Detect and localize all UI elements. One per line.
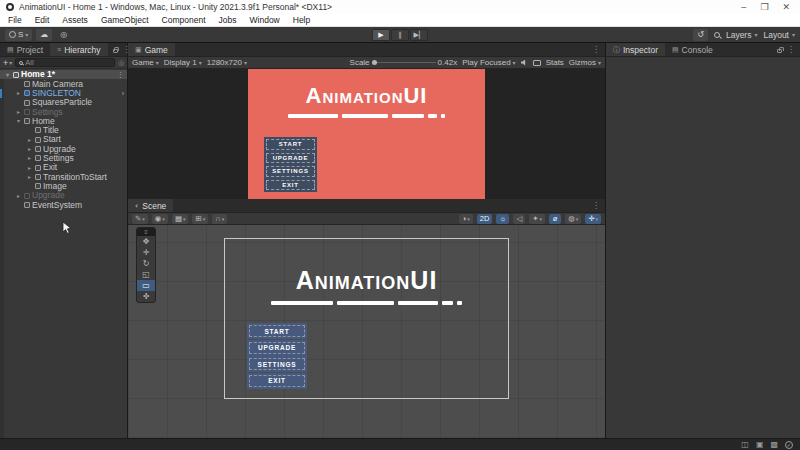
ui-canvas-outline[interactable]: AnimationUI STARTUPGRADESETTINGSEXIT [224, 238, 509, 399]
expand-arrow-icon[interactable]: ▸ [26, 155, 33, 161]
scene-audio-icon[interactable]: ◁ [513, 214, 525, 224]
ready-check-icon[interactable]: ✓ [785, 441, 793, 449]
resolution-dropdown[interactable]: 1280x720 ▾ [207, 58, 247, 67]
rect-tool[interactable]: ▭ [137, 280, 155, 291]
pivot-icon[interactable]: ◉▾ [152, 214, 168, 224]
scale-slider-knob[interactable] [372, 60, 377, 65]
expand-arrow-icon[interactable]: ▸ [26, 137, 33, 143]
move-tool[interactable]: ✛ [137, 247, 155, 258]
search-filter-icon[interactable]: ◎ [118, 59, 124, 67]
menu-component[interactable]: Component [162, 15, 206, 25]
expand-arrow-icon[interactable]: ▸ [15, 90, 22, 96]
display-dropdown[interactable]: Display 1 ▾ [164, 58, 202, 67]
pause-button[interactable]: ∥ [391, 29, 409, 41]
hierarchy-item-upgrade[interactable]: ▸Upgrade [0, 191, 127, 200]
game-mode-dropdown[interactable]: Game ▾ [132, 58, 159, 67]
start-button[interactable]: START [266, 139, 315, 150]
hierarchy-search-input[interactable]: All [15, 58, 115, 67]
view-hand-tool[interactable]: ✥ [137, 236, 155, 247]
expand-arrow-icon[interactable]: ▸ [26, 174, 33, 180]
services-button[interactable]: ◎ [56, 29, 71, 41]
stats-button[interactable]: Stats [546, 58, 564, 67]
play-focused-dropdown[interactable]: Play Focused ▾ [462, 58, 515, 67]
tab-game[interactable]: ▣ Game [128, 43, 175, 56]
lock-icon[interactable] [777, 49, 782, 53]
hierarchy-item-home-1-[interactable]: ▾Home 1*⋮ [0, 70, 127, 79]
expand-arrow-icon[interactable]: ▸ [26, 165, 33, 171]
menu-window[interactable]: Window [250, 15, 280, 25]
mode-2d-button[interactable]: 2D [477, 214, 493, 224]
vsync-icon[interactable] [533, 60, 541, 66]
lock-icon[interactable] [113, 49, 118, 53]
scene-render-area[interactable]: ≡ ✥✛↻◱▭✜ AnimationUI STARTUPGRADESETTING… [128, 225, 605, 438]
hierarchy-item-eventsystem[interactable]: EventSystem [0, 200, 127, 209]
settings-button[interactable]: SETTINGS [249, 358, 305, 370]
toolstrip-grip-handle[interactable]: ≡ [137, 228, 155, 236]
play-button[interactable]: ▶ [372, 29, 390, 41]
tab-hierarchy[interactable]: ≡ Hierarchy [50, 43, 107, 56]
start-button[interactable]: START [249, 325, 305, 337]
prefab-open-arrow-icon[interactable]: › [122, 90, 127, 97]
upgrade-button[interactable]: UPGRADE [249, 342, 305, 354]
layers-dropdown[interactable]: Layers ▾ [726, 30, 758, 40]
search-icon[interactable] [714, 32, 720, 38]
scale-slider-track[interactable] [372, 62, 436, 63]
cloud-services-button[interactable]: ☁ [36, 29, 52, 41]
activity-icon[interactable]: ◫ [741, 440, 749, 449]
align-magnet-icon[interactable]: ∩▾ [212, 214, 227, 224]
hierarchy-item-settings[interactable]: ▸Settings [0, 107, 127, 116]
hierarchy-item-home[interactable]: ▾Home [0, 116, 127, 125]
minimize-button[interactable]: – [741, 2, 746, 12]
menu-help[interactable]: Help [293, 15, 310, 25]
mute-audio-icon[interactable] [521, 60, 528, 66]
camera-settings-icon[interactable]: ◍▾ [565, 214, 581, 224]
tab-console[interactable]: ▤ Console [665, 43, 720, 56]
hierarchy-item-start[interactable]: ▸Start [0, 135, 127, 144]
gizmos-dropdown[interactable]: Gizmos ▾ [569, 58, 601, 67]
account-button[interactable]: S ▾ [5, 29, 32, 41]
hierarchy-item-squaresparticle[interactable]: SquaresParticle [0, 98, 127, 107]
exit-button[interactable]: EXIT [266, 180, 315, 191]
close-button[interactable]: ✕ [782, 2, 790, 12]
rotate-tool[interactable]: ↻ [137, 258, 155, 269]
notifications-icon[interactable]: ▩ [770, 440, 778, 449]
menu-file[interactable]: File [8, 15, 22, 25]
menu-gameobject[interactable]: GameObject [101, 15, 149, 25]
transform-tool[interactable]: ✜ [137, 291, 155, 302]
panel-menu-icon[interactable]: ⋮ [592, 201, 600, 210]
step-button[interactable]: ▶▏ [410, 29, 428, 41]
scene-lighting-icon[interactable]: ☼ [496, 214, 509, 224]
panel-menu-icon[interactable]: ⋮ [787, 45, 795, 54]
draw-mode-icon[interactable]: ✎▾ [132, 214, 148, 224]
grid-visibility-icon[interactable]: ▦▾ [172, 214, 189, 224]
hidden-objects-icon[interactable]: ø [549, 214, 561, 224]
expand-arrow-icon[interactable]: ▸ [15, 193, 22, 199]
hierarchy-item-title[interactable]: Title [0, 126, 127, 135]
menu-jobs[interactable]: Jobs [219, 15, 237, 25]
gizmos-toggle-icon[interactable]: ✛▾ [585, 214, 601, 224]
menu-assets[interactable]: Assets [62, 15, 88, 25]
undo-history-button[interactable]: ↺ [693, 29, 708, 41]
snap-icon[interactable]: ⊞▾ [192, 214, 208, 224]
settings-button[interactable]: SETTINGS [266, 166, 315, 177]
menu-edit[interactable]: Edit [35, 15, 50, 25]
scale-slider[interactable]: Scale 0.42x [350, 58, 458, 67]
tab-project[interactable]: ▤ Project [0, 43, 50, 56]
package-icon[interactable]: ▣ [756, 440, 764, 449]
create-object-button[interactable]: + ▾ [3, 58, 12, 68]
maximize-button[interactable]: ❒ [760, 2, 768, 12]
expand-arrow-icon[interactable]: ▾ [15, 118, 22, 124]
upgrade-button[interactable]: UPGRADE [266, 153, 315, 164]
hierarchy-item-exit[interactable]: ▸Exit [0, 163, 127, 172]
expand-arrow-icon[interactable]: ▸ [26, 146, 33, 152]
exit-button[interactable]: EXIT [249, 375, 305, 387]
hierarchy-item-settings[interactable]: ▸Settings [0, 154, 127, 163]
expand-arrow-icon[interactable]: ▸ [15, 109, 22, 115]
scale-tool[interactable]: ◱ [137, 269, 155, 280]
shading-mode-icon[interactable]: ◑▾ [459, 214, 473, 224]
tab-scene[interactable]: ◐ Scene [128, 199, 173, 212]
expand-arrow-icon[interactable]: ▾ [4, 72, 11, 78]
tab-inspector[interactable]: ⓘ Inspector [606, 43, 665, 56]
item-menu-icon[interactable]: ⋮ [117, 71, 127, 78]
layout-dropdown[interactable]: Layout ▾ [763, 30, 795, 40]
